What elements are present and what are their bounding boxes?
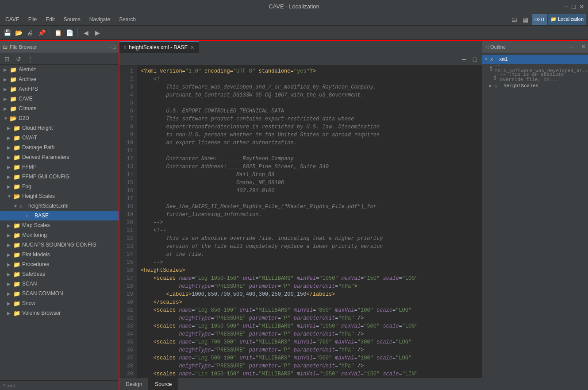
tree-item-base[interactable]: x BASE <box>0 211 119 220</box>
tree-item-d2d[interactable]: ▼ 📂 D2D <box>0 113 119 123</box>
outline-heightscales-label: heightScales <box>503 83 538 89</box>
forward-btn[interactable]: ▶ <box>92 27 103 38</box>
tree-item-damage-path[interactable]: ▶ 📁 Damage Path <box>0 143 119 152</box>
refresh-btn[interactable]: ↺ <box>13 54 24 64</box>
tab-close-btn[interactable]: ✕ <box>190 42 194 53</box>
outline-item-comment-1[interactable]: § -- This_software_was_developed_ar... <box>482 64 588 73</box>
pin-btn[interactable]: 📌 <box>36 27 47 38</box>
outline-xml-label: xml <box>499 57 508 62</box>
tree-item-procedures[interactable]: ▶ 📁 Procedures <box>0 259 119 269</box>
outline-item-comment-2[interactable]: § -- This is an absolute override file, … <box>482 73 588 81</box>
tree-item-ffmp[interactable]: ▶ 📁 FFMP <box>0 162 119 172</box>
perspective-btn[interactable]: 🗂 <box>509 14 519 25</box>
editor-tab-label: heightScales.xml - BASE <box>129 42 188 53</box>
tree-item-snow[interactable]: ▶ 📁 Snow <box>0 298 119 308</box>
tree-label-cave: CAVE <box>19 96 33 102</box>
tree-item-cwat[interactable]: ▶ 📁 CWAT <box>0 133 119 143</box>
tree-item-cave[interactable]: ▶ 📁 CAVE <box>0 94 119 104</box>
tree-label-damage-path: Damage Path <box>22 144 54 151</box>
menu-bar: CAVE File Edit Source Navigate Search 🗂 … <box>0 13 588 26</box>
d2d-btn[interactable]: D2D <box>532 14 547 25</box>
tree-item-archive[interactable]: ▶ 📁 Archive <box>0 74 119 84</box>
outline-collapse-icon[interactable]: ─ <box>569 44 573 50</box>
tree-item-alertviz[interactable]: ▶ 📁 Alertviz <box>0 65 119 74</box>
menu-file[interactable]: File <box>25 15 40 23</box>
outline-item-heightscales[interactable]: ▶ ◇ heightScales <box>482 81 588 90</box>
tree-item-avnfps[interactable]: ▶ 📁 AvnFPS <box>0 84 119 94</box>
save-btn[interactable]: 💾 <box>2 27 12 38</box>
menu-edit[interactable]: Edit <box>42 15 58 23</box>
outline-title: Outline <box>490 44 568 50</box>
editor-maximize-btn[interactable]: □ <box>469 54 480 65</box>
tree-label-snow: Snow <box>22 300 35 306</box>
menu-cave[interactable]: CAVE <box>2 15 23 23</box>
tree-label-avnfps: AvnFPS <box>19 86 38 92</box>
toolbar-right: 🗂 ▦ D2D 📁 Localization <box>509 14 586 25</box>
tree-label-map-scales: Map Scales <box>22 222 50 228</box>
tree-item-scan-common[interactable]: ▶ 📁 SCAN COMMON <box>0 289 119 298</box>
main-layout: 🗂 File Browser ─ □ ⊟ ↺ ⋮ ▶ 📁 Alertviz ▶ … <box>0 40 588 390</box>
tree-label-ffmp-gui: FFMP GUI CONFIG <box>22 174 69 180</box>
paste-btn[interactable]: 📄 <box>64 27 75 38</box>
editor-bottom-tabs: Design Source <box>119 378 482 390</box>
back-btn[interactable]: ◀ <box>81 27 91 38</box>
tree-label-derived-params: Derived Parameters <box>22 154 69 160</box>
code-editor[interactable]: <?xml version="1.0" encoding="UTF-8" sta… <box>137 66 482 378</box>
tree-label-climate: Climate <box>19 105 37 112</box>
outline-close-icon[interactable]: ✕ <box>581 44 585 50</box>
file-browser-title: File Browser <box>10 44 106 50</box>
tree-item-fog[interactable]: ▶ 📁 Fog <box>0 181 119 191</box>
maximize-btn[interactable]: □ <box>572 0 576 13</box>
layout-btn[interactable]: ▦ <box>520 14 531 25</box>
menu-navigate[interactable]: Navigate <box>86 15 114 23</box>
collapse-icon[interactable]: ─ <box>108 44 111 50</box>
tree-label-cloud-height: Cloud Height <box>22 125 53 131</box>
main-toolbar: 💾 📂 🖨 📌 📋 📄 ◀ ▶ <box>0 26 588 40</box>
source-tab[interactable]: Source <box>149 378 178 390</box>
tree-item-scan[interactable]: ▶ 📁 SCAN <box>0 279 119 289</box>
tree-item-safeseas[interactable]: ▶ 📁 SafeSeas <box>0 269 119 279</box>
localization-btn[interactable]: 📁 Localization <box>548 14 586 25</box>
tree-item-climate[interactable]: ▶ 📁 Climate <box>0 104 119 113</box>
tree-item-cloud-height[interactable]: ▶ 📁 Cloud Height <box>0 123 119 133</box>
tree-label-cwat: CWAT <box>22 135 37 141</box>
copy-btn[interactable]: 📋 <box>53 27 63 38</box>
tree-item-nucaps[interactable]: ▶ 📁 NUCAPS SOUNDING CONFIG <box>0 240 119 250</box>
tree-item-derived-params[interactable]: ▶ 📁 Derived Parameters <box>0 152 119 162</box>
tree-item-heightscales-xml[interactable]: ▼ x heightScales.xml <box>0 201 119 211</box>
bottom-xml-label: ? xml <box>0 380 119 390</box>
tree-item-height-scales[interactable]: ▼ 📂 Height Scales <box>0 191 119 201</box>
outline-item-xml[interactable]: ▼ x xml <box>482 55 588 64</box>
close-btn[interactable]: ✕ <box>579 0 584 13</box>
editor-tabs: x heightScales.xml - BASE ✕ <box>119 41 482 53</box>
outline-more-icon[interactable]: ⋮ <box>575 44 580 50</box>
menu-search[interactable]: Search <box>115 15 139 23</box>
editor-toolbar: ─ □ <box>119 53 482 66</box>
collapse-all-btn[interactable]: ⊟ <box>2 54 12 64</box>
editor-tab-heightscales[interactable]: x heightScales.xml - BASE ✕ <box>119 41 199 53</box>
tree-label-monitoring: Monitoring <box>22 232 47 238</box>
outline-header: ◁ Outline ─ ⋮ ✕ <box>482 41 588 53</box>
tree-item-monitoring[interactable]: ▶ 📁 Monitoring <box>0 230 119 240</box>
file-browser-header: 🗂 File Browser ─ □ <box>0 41 119 53</box>
tree-label-base: BASE <box>35 212 49 219</box>
tree-label-scan: SCAN <box>22 281 37 287</box>
bottom-xml-text: xml <box>7 383 15 388</box>
design-tab[interactable]: Design <box>119 378 149 390</box>
tree-item-plot-models[interactable]: ▶ 📁 Plot Models <box>0 250 119 259</box>
editor-area: x heightScales.xml - BASE ✕ ─ □ 12345 67… <box>119 40 482 390</box>
print-btn[interactable]: 🖨 <box>25 27 35 38</box>
tree-label-alertviz: Alertviz <box>19 66 36 73</box>
window-controls[interactable]: ─ □ ✕ <box>564 0 584 13</box>
tree-item-ffmp-gui[interactable]: ▶ 📁 FFMP GUI CONFIG <box>0 172 119 181</box>
minimize-btn[interactable]: ─ <box>564 0 569 13</box>
tree-label-procedures: Procedures <box>22 261 49 267</box>
open-btn[interactable]: 📂 <box>13 27 24 38</box>
tree-item-map-scales[interactable]: ▶ 📁 Map Scales <box>0 220 119 230</box>
more-btn[interactable]: ⋮ <box>25 54 35 64</box>
editor-minimize-btn[interactable]: ─ <box>459 54 469 65</box>
tree-item-volume-browser[interactable]: ▶ 📁 Volume Browser <box>0 308 119 318</box>
menu-source[interactable]: Source <box>60 15 84 23</box>
maximize-panel-icon[interactable]: □ <box>113 44 116 50</box>
line-numbers: 12345 678910 1112131415 1617181920 21222… <box>119 66 137 378</box>
